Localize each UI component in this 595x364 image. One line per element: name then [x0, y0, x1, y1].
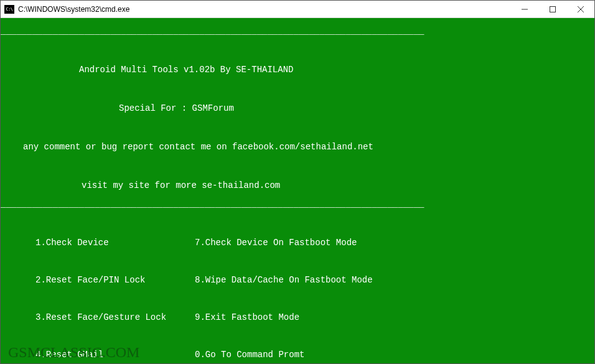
window-titlebar: C:\WINDOWS\system32\cmd.exe — [1, 1, 594, 18]
cmd-icon — [4, 5, 14, 14]
divider-line: ________________________________________… — [1, 200, 594, 210]
watermark-text: GSMCLASSIC.COM — [8, 345, 139, 360]
menu-item-0: 0.Go To Command Promt — [195, 350, 304, 359]
header-site: visit my site for more se-thailand.com — [1, 181, 594, 191]
terminal-content[interactable]: ________________________________________… — [1, 18, 594, 363]
menu-item-3: 3.Reset Face/Gesture Lock — [1, 313, 195, 322]
header-contact: any comment or bug report contact me on … — [1, 142, 594, 152]
header-subtitle: Special For : GSMForum — [1, 104, 594, 114]
window-title: C:\WINDOWS\system32\cmd.exe — [18, 5, 510, 14]
menu-item-7: 7.Check Device On Fastboot Mode — [195, 238, 357, 247]
menu-item-1: 1.Check Device — [1, 238, 195, 247]
minimize-button[interactable] — [510, 1, 538, 17]
header-title: Android Multi Tools v1.02b By SE-THAILAN… — [1, 65, 594, 75]
svg-rect-1 — [550, 6, 555, 12]
menu-item-8: 8.Wipe Data/Cache On Fastboot Mode — [195, 276, 373, 284]
maximize-button[interactable] — [538, 1, 566, 17]
menu-item-2: 2.Reset Face/PIN Lock — [1, 276, 195, 284]
close-button[interactable] — [566, 1, 594, 17]
divider-line: ________________________________________… — [1, 27, 594, 37]
menu-item-9: 9.Exit Fastboot Mode — [195, 313, 299, 322]
window-controls — [510, 1, 594, 17]
